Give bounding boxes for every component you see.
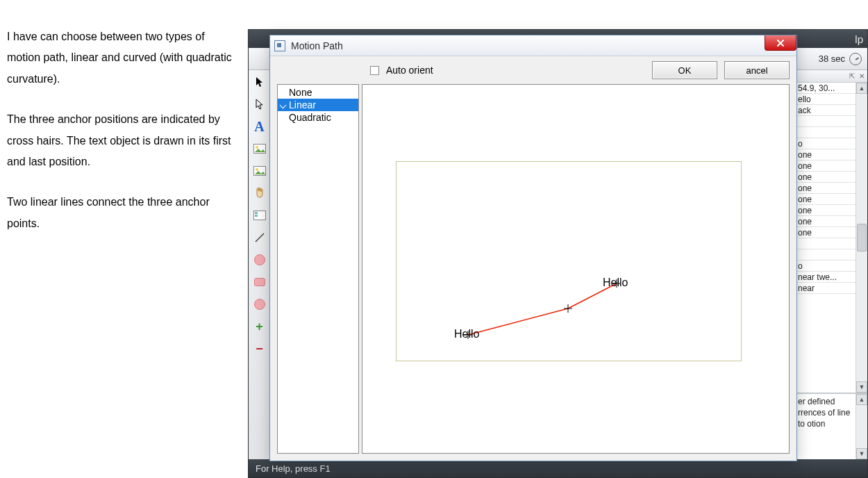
remove-tool-icon[interactable]: −: [252, 341, 267, 356]
toolbar-time-readout: 38 sec: [819, 53, 845, 64]
image-tool-icon[interactable]: [252, 141, 267, 156]
description-panel: I have can choose between two types of m…: [7, 26, 236, 254]
auto-orient-checkbox[interactable]: Auto orient: [370, 64, 433, 76]
scrollbar[interactable]: ▲ ▼: [856, 83, 867, 393]
desc-p1: I have can choose between two types of m…: [7, 26, 236, 90]
ellipse-tool-icon[interactable]: [252, 252, 267, 267]
motion-path-dialog: Motion Path Auto orient OK ancel NoneLin…: [269, 35, 797, 461]
dialog-app-icon: [274, 40, 285, 51]
properties-list[interactable]: 54.9, 30...elloackooneoneoneoneoneoneone…: [796, 83, 867, 393]
scroll-down-icon[interactable]: ▼: [856, 381, 867, 393]
scroll-up-icon[interactable]: ▲: [856, 83, 867, 94]
tool-palette: A + −: [249, 70, 271, 459]
motion-path-line: [362, 85, 789, 453]
svg-rect-5: [255, 212, 258, 214]
cancel-button[interactable]: ancel: [724, 61, 790, 79]
svg-point-3: [256, 168, 258, 171]
anchor-crosshair-3[interactable]: [612, 279, 621, 288]
path-type-quadratic[interactable]: Quadratic: [278, 111, 358, 124]
auto-orient-label: Auto orient: [386, 65, 433, 76]
scroll-up-icon[interactable]: ▲: [856, 394, 867, 405]
desc-p3: Two linear lines connect the three ancho…: [7, 192, 236, 234]
notes-text: er defined rrences of line to otion: [798, 397, 850, 429]
anchor-crosshair-1[interactable]: [464, 331, 472, 339]
path-type-linear[interactable]: Linear: [278, 99, 358, 111]
properties-panel: ⇱ ✕ 54.9, 30...elloackooneoneoneoneoneon…: [795, 70, 867, 459]
svg-line-7: [256, 233, 264, 242]
dialog-titlebar[interactable]: Motion Path: [270, 35, 796, 56]
hand-tool-icon[interactable]: [252, 186, 267, 201]
add-tool-icon[interactable]: +: [252, 319, 267, 334]
image-tool2-icon[interactable]: [252, 163, 267, 179]
desc-p2: The three anchor positions are indicated…: [7, 109, 236, 172]
pin-icon[interactable]: ⇱: [849, 72, 855, 80]
misc-tool-icon[interactable]: [252, 208, 267, 223]
close-button[interactable]: [765, 35, 796, 51]
dialog-canvas[interactable]: Hello Hello: [362, 84, 790, 454]
menu-help[interactable]: lp: [855, 33, 863, 45]
direct-select-tool-icon[interactable]: [252, 97, 267, 112]
path-type-list[interactable]: NoneLinearQuadratic: [277, 84, 359, 454]
status-bar: For Help, press F1: [249, 459, 867, 477]
svg-rect-6: [255, 215, 258, 217]
text-tool-icon[interactable]: A: [252, 119, 267, 134]
svg-point-1: [256, 146, 258, 149]
ok-button[interactable]: OK: [652, 61, 717, 79]
scrollbar-2[interactable]: ▲ ▼: [856, 394, 867, 459]
dialog-toolbar: Auto orient OK ancel: [270, 56, 796, 84]
scroll-down-icon[interactable]: ▼: [856, 448, 867, 459]
path-type-none[interactable]: None: [278, 86, 358, 99]
dialog-title: Motion Path: [291, 40, 343, 51]
svg-line-8: [468, 308, 568, 335]
status-text: For Help, press F1: [256, 463, 331, 474]
panel-header-controls: ⇱ ✕: [796, 70, 867, 83]
properties-notes: er defined rrences of line to otion ▲ ▼: [796, 393, 867, 459]
pointer-tool-icon[interactable]: [252, 74, 267, 90]
scroll-thumb[interactable]: [857, 224, 867, 252]
clock-icon[interactable]: [849, 53, 862, 65]
checkbox-icon: [370, 66, 379, 75]
ellipse-tool2-icon[interactable]: [252, 297, 267, 312]
rect-tool-icon[interactable]: [252, 274, 267, 290]
close-icon: [776, 38, 785, 48]
line-tool-icon[interactable]: [252, 230, 267, 245]
anchor-crosshair-2[interactable]: [564, 304, 572, 313]
panel-close-icon[interactable]: ✕: [859, 72, 865, 80]
